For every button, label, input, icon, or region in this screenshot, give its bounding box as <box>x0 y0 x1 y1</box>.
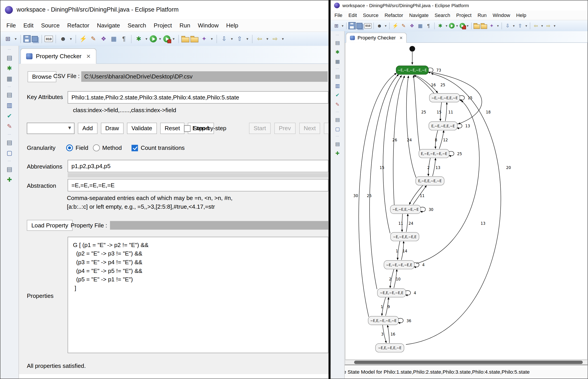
next-button[interactable]: Next <box>299 123 320 134</box>
binary-console-icon[interactable]: 010 <box>45 36 53 42</box>
abstraction-field[interactable]: =E,=E,=E,=E,=E <box>68 179 328 191</box>
dropdown-arrow-icon[interactable]: ▾ <box>210 37 214 41</box>
validate-button[interactable]: Validate <box>127 123 157 134</box>
tab-property-checker[interactable]: Property Checker <box>20 48 96 64</box>
dropdown-arrow-icon[interactable]: ▾ <box>245 37 249 41</box>
annotate-icon[interactable]: ✎ <box>400 22 407 30</box>
back-icon[interactable]: ⇦ <box>532 22 540 30</box>
restore-view-icon[interactable]: ▤ <box>335 117 340 122</box>
edit-view-icon[interactable]: ✎ <box>336 102 340 107</box>
menu-help[interactable]: Help <box>513 13 529 18</box>
step-by-step-checkbox[interactable] <box>184 125 191 131</box>
save-icon[interactable] <box>23 35 31 42</box>
restore-view-icon[interactable]: ▤ <box>7 139 13 146</box>
outline-view-icon[interactable]: ▢ <box>7 150 13 157</box>
highlight-icon[interactable]: ⚡ <box>79 34 88 43</box>
dropdown-arrow-icon[interactable]: ▾ <box>144 37 149 41</box>
fsm-state-node[interactable]: ~E,~E,~E,E,~E15 <box>429 94 472 102</box>
add-view-icon[interactable]: ✚ <box>336 150 340 156</box>
menu-file[interactable]: File <box>331 13 345 18</box>
dropdown-arrow-icon[interactable]: ▾ <box>281 37 285 41</box>
menu-run[interactable]: Run <box>176 22 194 29</box>
report-icon[interactable]: ▦ <box>416 22 424 30</box>
expand-all-icon[interactable]: ⇧ <box>516 22 524 30</box>
abbreviations-field[interactable]: p1,p2,p3,p4,p5 <box>68 160 328 172</box>
grid-view-icon[interactable]: ▦ <box>335 59 340 64</box>
run-icon[interactable] <box>150 35 157 42</box>
granularity-method-radio[interactable] <box>93 144 100 151</box>
tab-close-icon[interactable] <box>87 53 91 60</box>
properties-textarea[interactable]: G [ (p1 = "E" -> p2 != "E") && (p2 = "E"… <box>68 237 328 353</box>
console-view-icon[interactable]: ▥ <box>7 102 13 109</box>
annotate-icon[interactable]: ✎ <box>89 34 98 43</box>
show-whitespace-icon[interactable]: ¶ <box>120 34 129 43</box>
fsm-state-node[interactable]: ~E,E,~E,~E,E4 <box>377 288 416 297</box>
menu-edit[interactable]: Edit <box>20 22 37 29</box>
menu-window[interactable]: Window <box>194 22 222 29</box>
horizontal-scrollbar-thumb[interactable] <box>354 361 583 364</box>
fsm-state-node[interactable]: ~E,~E,~E,~E,~E73 <box>396 66 441 75</box>
count-transitions-checkbox[interactable] <box>132 145 138 151</box>
show-whitespace-icon[interactable]: ¶ <box>425 22 433 30</box>
menu-run[interactable]: Run <box>475 13 490 18</box>
menu-refactor[interactable]: Refactor <box>63 22 93 29</box>
save-all-icon[interactable] <box>32 36 38 42</box>
add-view-icon[interactable]: ✚ <box>7 176 12 183</box>
dropdown-arrow-icon[interactable]: ▾ <box>512 24 515 28</box>
load-property-button[interactable]: Load Property <box>27 220 73 231</box>
open-folder-icon[interactable] <box>181 37 189 43</box>
add-button[interactable]: Add <box>78 123 97 134</box>
grid-view-icon[interactable]: ▦ <box>7 75 13 82</box>
collapse-all-icon[interactable]: ⇩ <box>504 22 511 30</box>
dropdown-arrow-icon[interactable]: ▾ <box>158 37 162 41</box>
outline-view-icon[interactable]: ▢ <box>335 126 340 132</box>
new-wizard-icon[interactable]: ⊞ <box>333 22 340 30</box>
dropdown-arrow-icon[interactable]: ▾ <box>172 37 176 41</box>
menu-project[interactable]: Project <box>150 22 176 29</box>
dropdown-arrow-icon[interactable]: ▾ <box>14 37 18 41</box>
menu-file[interactable]: File <box>3 22 20 29</box>
menu-project[interactable]: Project <box>453 13 475 18</box>
import-folder-icon[interactable] <box>191 37 199 43</box>
user-profile-icon[interactable]: ☻ <box>59 34 68 43</box>
tasks-view-icon[interactable]: ✔ <box>336 92 340 98</box>
tasks-view-icon[interactable]: ✔ <box>7 112 12 119</box>
dropdown-arrow-icon[interactable]: ▾ <box>69 37 73 41</box>
restore-view-icon[interactable]: ▤ <box>335 40 340 45</box>
debug-icon[interactable]: ✱ <box>436 22 444 30</box>
dropdown-arrow-icon[interactable]: ▾ <box>525 24 528 28</box>
forward-icon[interactable]: ⇨ <box>544 22 552 30</box>
menu-source[interactable]: Source <box>360 13 382 18</box>
dropdown-arrow-icon[interactable]: ▾ <box>230 37 234 41</box>
fsm-state-node[interactable]: ~E,E,~E,E,~E <box>375 344 404 352</box>
console-view-icon[interactable]: ▥ <box>335 83 340 89</box>
property-file-field[interactable] <box>110 221 328 230</box>
menu-window[interactable]: Window <box>490 13 513 18</box>
menu-source[interactable]: Source <box>37 22 63 29</box>
start-button[interactable]: Start <box>249 123 270 134</box>
fsm-start-dot[interactable] <box>410 46 415 51</box>
refactor-icon[interactable]: ❖ <box>408 22 416 30</box>
end-button[interactable]: End <box>324 123 329 134</box>
debug-icon[interactable]: ✱ <box>134 34 143 43</box>
restore-view-icon[interactable]: ▤ <box>7 92 13 98</box>
fsm-state-node[interactable]: ~E,~E,E,~E,~E30 <box>390 205 433 214</box>
coverage-icon[interactable] <box>460 23 465 29</box>
menu-search[interactable]: Search <box>432 13 453 18</box>
key-attributes-field[interactable]: Philo:1.state,Philo:2.state,Philo:3.stat… <box>68 91 328 104</box>
collapse-all-icon[interactable]: ⇩ <box>219 34 229 43</box>
granularity-field-radio[interactable] <box>66 144 73 151</box>
dropdown-arrow-icon[interactable]: ▾ <box>466 24 469 28</box>
highlight-icon[interactable]: ⚡ <box>392 22 399 30</box>
menu-edit[interactable]: Edit <box>345 13 360 18</box>
refactor-icon[interactable]: ❖ <box>99 34 108 43</box>
dropdown-arrow-icon[interactable]: ▾ <box>341 24 344 28</box>
menu-refactor[interactable]: Refactor <box>382 13 406 18</box>
dropdown-arrow-icon[interactable]: ▾ <box>496 24 499 28</box>
search-wand-icon[interactable]: ✦ <box>200 34 209 43</box>
fsm-state-node[interactable]: ~E,~E,E,~E,E <box>390 232 419 241</box>
prev-button[interactable]: Prev <box>274 123 295 134</box>
menu-help[interactable]: Help <box>222 22 242 29</box>
expand-all-icon[interactable]: ⇧ <box>235 34 244 43</box>
fsm-state-node[interactable]: E,~E,~E,E,~E13 <box>429 122 470 130</box>
